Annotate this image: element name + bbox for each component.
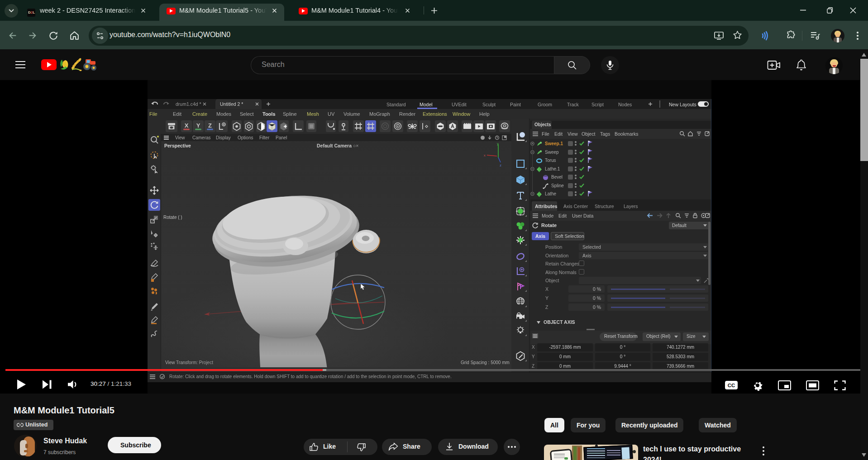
svg-text:CC: CC xyxy=(728,383,735,388)
svg-text:y: y xyxy=(497,142,499,146)
svg-text:Y: Y xyxy=(196,122,200,129)
svg-text:x: x xyxy=(484,153,486,157)
svg-text:X: X xyxy=(185,122,189,129)
svg-text:z: z xyxy=(500,163,501,167)
svg-text:Z: Z xyxy=(208,122,212,129)
